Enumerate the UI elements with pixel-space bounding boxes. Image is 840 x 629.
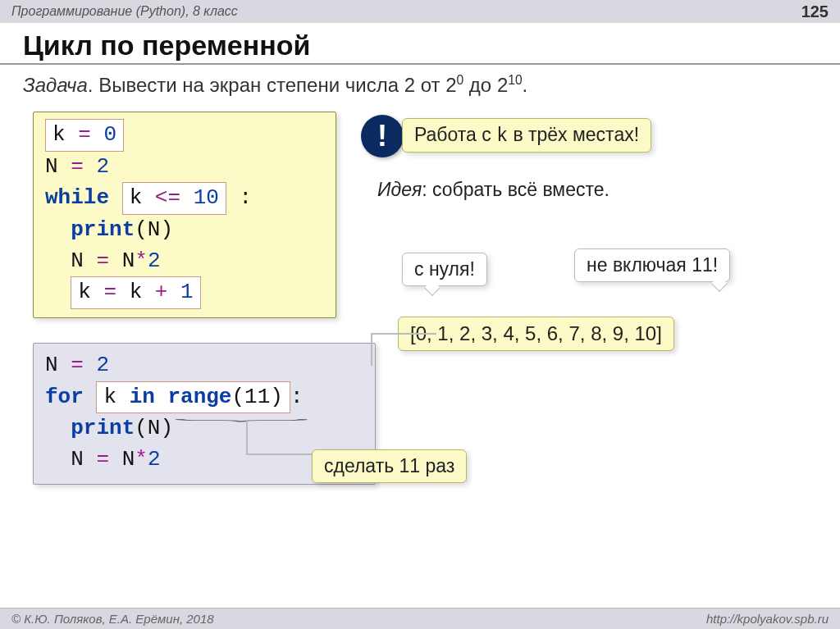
t: N [45, 353, 71, 377]
t: = [103, 280, 116, 304]
page-number: 125 [801, 2, 829, 21]
callout-three-places: Работа с k в трёх местах! [402, 118, 651, 153]
t: k [130, 185, 155, 210]
t: in [130, 385, 155, 409]
page-title: Цикл по переменной [0, 23, 840, 63]
callout-from-zero: с нуля! [402, 253, 487, 286]
code-line: while k <= 10 : [45, 182, 324, 215]
code-line: N = N*2 [45, 246, 324, 277]
connector [246, 421, 248, 454]
task-tail: . [523, 74, 528, 96]
t: k [116, 280, 155, 304]
t: 2 [148, 248, 161, 273]
t: 0 [91, 122, 116, 147]
t: k [103, 385, 129, 409]
t: N [109, 248, 135, 273]
brace-icon: ⏟ [175, 406, 308, 422]
t: 2 [84, 154, 109, 179]
t: N [71, 248, 96, 273]
t: N [109, 447, 135, 472]
t: N [71, 447, 96, 472]
callout-not-11: не включая 11! [574, 248, 730, 282]
title-underline [0, 63, 840, 65]
exp-0: 0 [457, 73, 464, 87]
task-body: . Вывести на экран степени числа 2 от 2 [88, 74, 457, 96]
connector [371, 333, 372, 366]
t: k [52, 122, 78, 147]
t: k [78, 280, 103, 304]
t: print [71, 416, 135, 440]
t: (N) [135, 217, 173, 242]
t: 10 [180, 185, 219, 210]
t: * [135, 248, 148, 273]
t: N [45, 154, 71, 179]
callout-do-11: сделать 11 раз [312, 449, 467, 483]
task-mid: до 2 [463, 74, 508, 96]
idea-text: Идея: собрать всё вместе. [377, 179, 609, 201]
code-line: print(N) [45, 215, 324, 246]
t: (N) [135, 416, 173, 440]
t: for [45, 385, 84, 409]
bottom-bar: © К.Ю. Поляков, Е.А. Ерёмин, 2018 http:/… [0, 608, 840, 629]
code-while: k = 0 N = 2 while k <= 10 : print(N) N =… [33, 112, 336, 318]
t: 1 [167, 280, 193, 304]
t: 2 [84, 353, 109, 377]
course-label: Программирование (Python), 8 класс [11, 4, 238, 19]
t: : собрать всё вместе. [422, 179, 609, 200]
code-line: k = k + 1 [45, 276, 324, 309]
t: = [71, 154, 84, 179]
t: 2 [148, 447, 161, 472]
t: k [496, 125, 508, 147]
t: Идея [377, 179, 422, 200]
code-line: N = 2 [45, 152, 324, 183]
content-area: k = 0 N = 2 while k <= 10 : print(N) N =… [0, 105, 840, 597]
task-lead: Задача [23, 74, 88, 96]
t: = [96, 447, 109, 472]
t: = [96, 248, 109, 273]
task-text: Задача. Вывести на экран степени числа 2… [0, 70, 840, 105]
t: + [155, 280, 168, 304]
t: : [239, 185, 252, 210]
connector [246, 454, 312, 455]
callout-list: [0, 1, 2, 3, 4, 5, 6, 7, 8, 9, 10] [398, 317, 674, 351]
exp-10: 10 [508, 73, 522, 87]
t: = [78, 122, 91, 147]
code-line: N = 2 [45, 350, 363, 381]
t: = [71, 353, 84, 377]
t: в трёх местах! [508, 124, 639, 145]
code-line: k = 0 [45, 119, 324, 152]
connector [371, 333, 436, 335]
footer-url: http://kpolyakov.spb.ru [706, 612, 829, 626]
t: while [45, 185, 109, 210]
t: print [71, 217, 135, 242]
copyright: © К.Ю. Поляков, Е.А. Ерёмин, 2018 [11, 612, 214, 626]
alert-icon: ! [361, 115, 404, 157]
t: <= [155, 185, 180, 210]
t: Работа с [414, 124, 496, 145]
t: * [135, 447, 148, 472]
top-bar: Программирование (Python), 8 класс 125 [0, 0, 840, 23]
